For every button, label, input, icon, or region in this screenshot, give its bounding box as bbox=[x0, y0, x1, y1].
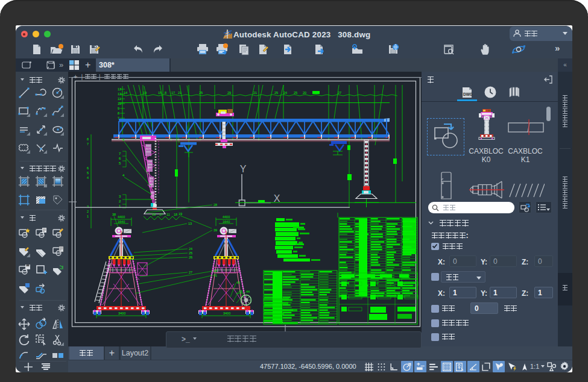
svg-text:24: 24 bbox=[283, 91, 287, 95]
svg-text:Y: Y bbox=[240, 164, 247, 174]
svg-text:2: 2 bbox=[119, 199, 121, 203]
svg-text:8: 8 bbox=[87, 137, 89, 141]
svg-text:24: 24 bbox=[189, 247, 192, 251]
svg-text:38: 38 bbox=[112, 213, 116, 216]
svg-text:11: 11 bbox=[166, 213, 170, 216]
svg-text:27: 27 bbox=[189, 271, 192, 274]
svg-text:44: 44 bbox=[246, 290, 250, 293]
svg-text:5: 5 bbox=[119, 161, 121, 165]
svg-text:1: 1 bbox=[87, 214, 89, 218]
svg-text:3400: 3400 bbox=[223, 312, 230, 315]
svg-text:8: 8 bbox=[118, 111, 119, 115]
svg-text:20: 20 bbox=[303, 91, 306, 95]
svg-text:3400: 3400 bbox=[118, 312, 125, 315]
svg-text:6: 6 bbox=[87, 166, 89, 170]
svg-text:43: 43 bbox=[213, 269, 217, 273]
svg-text:27: 27 bbox=[338, 91, 341, 95]
svg-text:13: 13 bbox=[188, 222, 192, 225]
svg-text:19: 19 bbox=[152, 213, 156, 216]
svg-text:1640: 1640 bbox=[118, 220, 125, 224]
svg-text:8: 8 bbox=[165, 91, 166, 95]
svg-text:2: 2 bbox=[87, 210, 89, 213]
svg-text:17: 17 bbox=[159, 213, 163, 216]
svg-text:3: 3 bbox=[87, 205, 89, 208]
svg-text:4400: 4400 bbox=[118, 215, 125, 219]
svg-text:25: 25 bbox=[294, 91, 297, 95]
svg-text:4: 4 bbox=[122, 174, 125, 177]
svg-text:4400: 4400 bbox=[223, 215, 230, 219]
svg-text:39: 39 bbox=[213, 228, 217, 232]
svg-text:45: 45 bbox=[239, 290, 242, 293]
svg-text:19: 19 bbox=[143, 91, 147, 95]
svg-text:29: 29 bbox=[227, 91, 231, 95]
svg-text:9: 9 bbox=[118, 107, 119, 110]
svg-text:25: 25 bbox=[199, 91, 203, 95]
svg-text:21: 21 bbox=[253, 91, 257, 95]
svg-text:28: 28 bbox=[213, 203, 217, 207]
svg-text:43: 43 bbox=[236, 281, 240, 284]
svg-text:5: 5 bbox=[87, 171, 89, 175]
svg-text:17: 17 bbox=[171, 91, 175, 95]
svg-text:4: 4 bbox=[87, 176, 89, 180]
svg-text:X: X bbox=[274, 193, 280, 204]
svg-text:26: 26 bbox=[189, 255, 192, 259]
svg-text:3: 3 bbox=[119, 195, 121, 198]
svg-text:41: 41 bbox=[213, 274, 217, 277]
svg-text:7: 7 bbox=[87, 142, 89, 146]
svg-text:25: 25 bbox=[274, 91, 278, 95]
svg-text:25: 25 bbox=[189, 251, 192, 255]
svg-text:18: 18 bbox=[174, 213, 177, 216]
svg-text:6: 6 bbox=[119, 157, 121, 160]
svg-text:7: 7 bbox=[119, 152, 121, 155]
svg-text:8: 8 bbox=[122, 138, 125, 142]
svg-text:DWG: DWG bbox=[463, 92, 473, 96]
svg-text:19: 19 bbox=[179, 212, 182, 216]
svg-text:1640: 1640 bbox=[223, 220, 230, 224]
